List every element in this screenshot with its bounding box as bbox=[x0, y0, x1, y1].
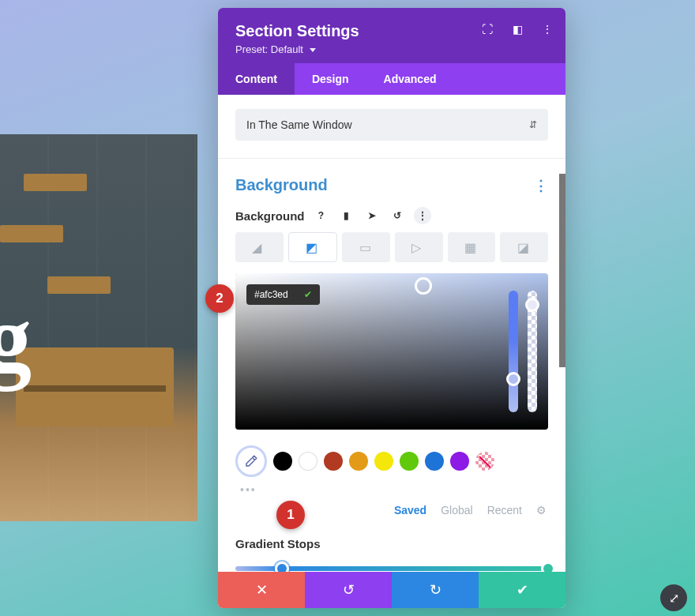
photo-furniture bbox=[16, 347, 174, 426]
photo-shelf bbox=[47, 276, 111, 294]
hex-value: #afc3ed bbox=[246, 284, 296, 305]
picker-cursor[interactable] bbox=[415, 277, 432, 295]
swatch-row bbox=[218, 438, 565, 480]
color-picker-canvas[interactable]: #afc3ed ✔ bbox=[235, 273, 548, 430]
kebab-menu-icon[interactable]: ⋮ bbox=[540, 22, 554, 36]
alpha-slider[interactable] bbox=[528, 291, 537, 412]
bg-tab-pattern[interactable]: ▦ bbox=[448, 232, 496, 262]
gradient-track[interactable] bbox=[235, 566, 548, 571]
tab-content[interactable]: Content bbox=[218, 63, 295, 95]
field-menu-icon[interactable]: ⋮ bbox=[414, 207, 431, 224]
annotation-callout-2: 2 bbox=[205, 284, 234, 313]
redo-button[interactable]: ↻ bbox=[392, 572, 479, 608]
hex-confirm-icon[interactable]: ✔ bbox=[296, 284, 320, 305]
palette-mode-row: Saved Global Recent ⚙ bbox=[218, 496, 565, 516]
settings-panel: Section Settings Preset: Default ⛶ ◧ ⋮ C… bbox=[218, 8, 565, 608]
swatch[interactable] bbox=[349, 452, 368, 471]
photo-shelf bbox=[0, 225, 63, 242]
annotation-callout-1: 1 bbox=[276, 501, 305, 529]
photo-overlay-letter: g bbox=[0, 284, 32, 393]
resize-handle[interactable]: ⤢ bbox=[660, 584, 687, 611]
device-icon[interactable]: ▮ bbox=[338, 207, 355, 224]
bg-tab-gradient[interactable]: ◩ bbox=[288, 232, 338, 262]
undo-button[interactable]: ↺ bbox=[305, 572, 392, 608]
hue-slider[interactable] bbox=[509, 291, 518, 412]
reset-icon[interactable]: ↺ bbox=[389, 207, 406, 224]
bg-tab-color[interactable]: ◢ bbox=[235, 232, 284, 262]
swatch[interactable] bbox=[273, 452, 292, 471]
more-swatches[interactable]: ••• bbox=[218, 480, 565, 496]
background-type-tabs: ◢ ◩ ▭ ▷ ▦ ◪ bbox=[218, 232, 565, 270]
swatch[interactable] bbox=[324, 452, 343, 471]
chevron-down-icon bbox=[310, 48, 316, 52]
gradient-stop[interactable] bbox=[275, 562, 289, 572]
help-icon[interactable]: ? bbox=[313, 207, 330, 224]
photo-shelf bbox=[24, 174, 87, 191]
section-menu-icon[interactable]: ⋮ bbox=[534, 177, 548, 194]
panel-footer: ✕ ↺ ↻ ✔ bbox=[218, 572, 565, 608]
section-heading[interactable]: Background bbox=[235, 176, 328, 194]
palette-mode-global[interactable]: Global bbox=[441, 504, 472, 516]
scrollbar-thumb[interactable] bbox=[559, 174, 565, 367]
dock-icon[interactable]: ◧ bbox=[510, 22, 524, 36]
tab-advanced[interactable]: Advanced bbox=[366, 63, 454, 95]
hue-thumb[interactable] bbox=[506, 372, 520, 386]
swatch-transparent[interactable] bbox=[475, 452, 494, 471]
link-target-value: In The Same Window bbox=[246, 118, 352, 131]
panel-header: Section Settings Preset: Default ⛶ ◧ ⋮ bbox=[218, 8, 565, 63]
field-label: Background bbox=[235, 209, 305, 223]
palette-mode-recent[interactable]: Recent bbox=[487, 504, 522, 516]
gradient-stops-label: Gradient Stops bbox=[218, 516, 565, 555]
link-target-select[interactable]: In The Same Window ⇵ bbox=[235, 109, 548, 141]
bg-tab-image[interactable]: ▭ bbox=[342, 232, 390, 262]
swatch[interactable] bbox=[450, 452, 469, 471]
panel-tabs: Content Design Advanced bbox=[218, 63, 565, 95]
cancel-button[interactable]: ✕ bbox=[218, 572, 305, 608]
alpha-thumb[interactable] bbox=[525, 298, 539, 312]
palette-settings-icon[interactable]: ⚙ bbox=[536, 504, 547, 516]
bg-tab-mask[interactable]: ◪ bbox=[500, 232, 548, 262]
save-button[interactable]: ✔ bbox=[479, 572, 565, 608]
swatch[interactable] bbox=[299, 452, 317, 471]
tab-design[interactable]: Design bbox=[295, 63, 366, 95]
preset-selector[interactable]: Preset: Default bbox=[235, 43, 548, 55]
eyedropper-button[interactable] bbox=[235, 445, 267, 477]
preset-label: Preset: Default bbox=[235, 43, 303, 55]
panel-body[interactable]: In The Same Window ⇵ Background ⋮ Backgr… bbox=[218, 95, 565, 572]
hex-input[interactable]: #afc3ed ✔ bbox=[246, 284, 320, 305]
swatch[interactable] bbox=[425, 452, 444, 471]
select-caret-icon: ⇵ bbox=[529, 119, 537, 130]
fullscreen-icon[interactable]: ⛶ bbox=[480, 22, 494, 36]
swatch[interactable] bbox=[400, 452, 419, 471]
page-preview-photo: g bbox=[0, 134, 197, 521]
bg-tab-video[interactable]: ▷ bbox=[395, 232, 443, 262]
hover-icon[interactable]: ➤ bbox=[363, 207, 381, 224]
gradient-stop-value: 15% bbox=[246, 571, 565, 572]
gradient-stop[interactable] bbox=[541, 562, 555, 572]
palette-mode-saved[interactable]: Saved bbox=[394, 504, 426, 516]
swatch[interactable] bbox=[374, 452, 393, 471]
